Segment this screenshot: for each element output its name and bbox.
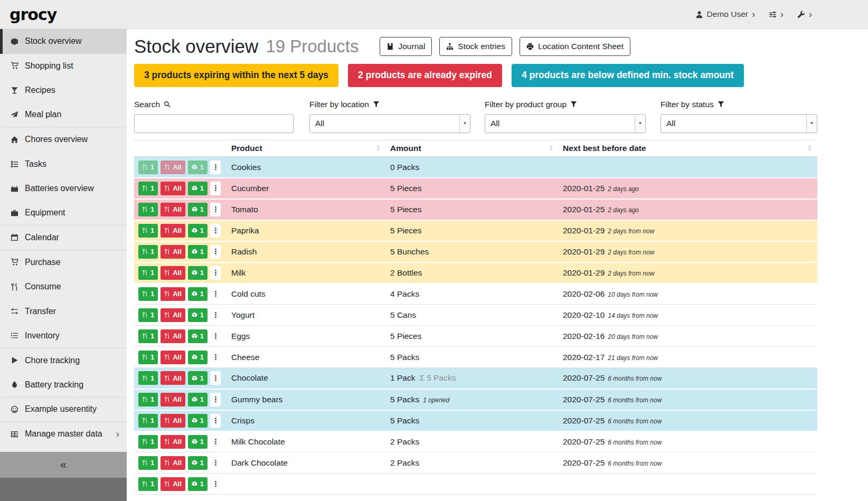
consume-all-button[interactable]: All	[161, 393, 185, 407]
open-one-button[interactable]: 1	[188, 224, 207, 238]
sidebar-item-stock-overview[interactable]: Stock overview	[0, 29, 127, 54]
settings-menu[interactable]: ›	[769, 10, 784, 19]
row-menu-button[interactable]	[210, 266, 221, 280]
consume-one-button[interactable]: 1	[138, 371, 158, 385]
consume-one-button[interactable]: 1	[138, 351, 158, 364]
consume-all-button[interactable]: All	[161, 456, 185, 470]
open-one-button[interactable]: 1	[188, 477, 207, 491]
consume-all-button[interactable]: All	[161, 435, 185, 449]
consume-one-button[interactable]: 1	[138, 456, 158, 470]
consume-one-button[interactable]: 1	[138, 203, 158, 216]
sidebar-item-chores-overview[interactable]: Chores overview	[0, 127, 127, 152]
open-one-button[interactable]: 1	[188, 287, 207, 301]
sort-icon[interactable]	[375, 145, 382, 152]
sidebar-item-tasks[interactable]: Tasks	[0, 152, 127, 177]
open-one-button[interactable]: 1	[188, 245, 207, 259]
open-one-button[interactable]: 1	[188, 414, 207, 428]
row-menu-button[interactable]	[210, 224, 221, 238]
sidebar-item-recipes[interactable]: Recipes	[0, 78, 127, 103]
product-group-filter-select[interactable]: All	[485, 114, 646, 133]
consume-one-button[interactable]: 1	[138, 329, 158, 343]
column-header-amount[interactable]: Amount	[386, 140, 559, 157]
sidebar-item-example-userentity[interactable]: Example userentity	[0, 398, 127, 422]
consume-all-button[interactable]: All	[161, 414, 185, 428]
consume-one-button[interactable]: 1	[138, 160, 158, 174]
open-one-button[interactable]: 1	[188, 393, 207, 407]
user-menu[interactable]: Demo User ›	[695, 10, 755, 19]
consume-one-button[interactable]: 1	[138, 182, 158, 195]
sidebar-item-chore-tracking[interactable]: Chore tracking	[0, 348, 127, 373]
open-one-button[interactable]: 1	[188, 351, 207, 364]
sidebar-collapse-button[interactable]: «	[0, 452, 127, 478]
row-menu-button[interactable]	[210, 308, 221, 322]
sidebar-item-manage-master-data[interactable]: Manage master data ›	[0, 422, 127, 447]
row-menu-button[interactable]	[210, 414, 221, 428]
row-menu-button[interactable]	[210, 435, 221, 449]
row-menu-button[interactable]	[210, 329, 221, 343]
open-one-button[interactable]: 1	[188, 182, 207, 195]
consume-all-button[interactable]: All	[161, 371, 185, 385]
consume-one-button[interactable]: 1	[138, 308, 158, 322]
consume-all-button[interactable]: All	[161, 245, 185, 259]
row-menu-button[interactable]	[210, 245, 221, 259]
alert-expiring-soon[interactable]: 3 products expiring within the next 5 da…	[134, 64, 338, 87]
consume-all-button[interactable]: All	[161, 224, 185, 238]
search-input[interactable]	[134, 114, 294, 133]
open-one-button[interactable]: 1	[188, 160, 207, 174]
row-menu-button[interactable]	[210, 371, 221, 385]
sort-icon[interactable]	[806, 145, 813, 152]
open-one-button[interactable]: 1	[188, 456, 207, 470]
consume-all-button[interactable]: All	[161, 182, 185, 195]
row-menu-button[interactable]	[210, 160, 221, 174]
consume-all-button[interactable]: All	[161, 329, 185, 343]
consume-one-button[interactable]: 1	[138, 414, 158, 428]
consume-all-button[interactable]: All	[161, 477, 185, 491]
consume-all-button[interactable]: All	[161, 308, 185, 322]
sort-icon[interactable]	[548, 145, 554, 152]
consume-one-button[interactable]: 1	[138, 245, 158, 259]
sidebar-item-consume[interactable]: Consume	[0, 275, 127, 299]
app-logo[interactable]: grocy	[10, 5, 56, 24]
row-menu-button[interactable]	[210, 182, 221, 195]
consume-one-button[interactable]: 1	[138, 393, 158, 407]
open-one-button[interactable]: 1	[188, 266, 207, 280]
sidebar-item-calendar[interactable]: Calendar	[0, 225, 127, 250]
sidebar-item-purchase[interactable]: Purchase	[0, 250, 127, 275]
sidebar-item-battery-tracking[interactable]: Battery tracking	[0, 373, 127, 398]
location-content-sheet-button[interactable]: Location Content Sheet	[520, 37, 630, 56]
alert-expired[interactable]: 2 products are already expired	[348, 64, 502, 87]
sidebar-item-inventory[interactable]: Inventory	[0, 324, 127, 348]
consume-one-button[interactable]: 1	[138, 287, 158, 301]
sidebar-item-meal-plan[interactable]: Meal plan	[0, 103, 127, 128]
stock-entries-button[interactable]: Stock entries	[439, 37, 512, 56]
open-one-button[interactable]: 1	[188, 308, 207, 322]
sidebar-item-shopping-list[interactable]: Shopping list	[0, 54, 127, 79]
sidebar-item-transfer[interactable]: Transfer	[0, 299, 127, 324]
row-menu-button[interactable]	[210, 203, 221, 216]
row-menu-button[interactable]	[210, 456, 221, 470]
consume-one-button[interactable]: 1	[138, 477, 158, 491]
journal-button[interactable]: Journal	[380, 37, 432, 56]
open-one-button[interactable]: 1	[188, 203, 207, 216]
consume-all-button[interactable]: All	[161, 287, 185, 301]
row-menu-button[interactable]	[210, 287, 221, 301]
consume-all-button[interactable]: All	[161, 160, 185, 174]
row-menu-button[interactable]	[210, 477, 221, 491]
open-one-button[interactable]: 1	[188, 371, 207, 385]
sidebar-item-equipment[interactable]: Equipment	[0, 201, 127, 226]
consume-one-button[interactable]: 1	[138, 224, 158, 238]
status-filter-select[interactable]: All	[661, 114, 817, 133]
consume-one-button[interactable]: 1	[138, 435, 158, 449]
row-menu-button[interactable]	[210, 393, 221, 407]
consume-one-button[interactable]: 1	[138, 266, 158, 280]
location-filter-select[interactable]: All	[309, 114, 470, 133]
admin-menu[interactable]: ›	[797, 10, 812, 19]
open-one-button[interactable]: 1	[188, 435, 207, 449]
alert-below-min-stock[interactable]: 4 products are below defined min. stock …	[512, 64, 744, 87]
row-menu-button[interactable]	[210, 351, 221, 364]
consume-all-button[interactable]: All	[161, 266, 185, 280]
consume-all-button[interactable]: All	[161, 203, 185, 216]
column-header-best-before[interactable]: Next best before date	[559, 140, 817, 157]
column-header-product[interactable]: Product	[227, 140, 386, 157]
sidebar-item-batteries-overview[interactable]: Batteries overview	[0, 176, 127, 201]
